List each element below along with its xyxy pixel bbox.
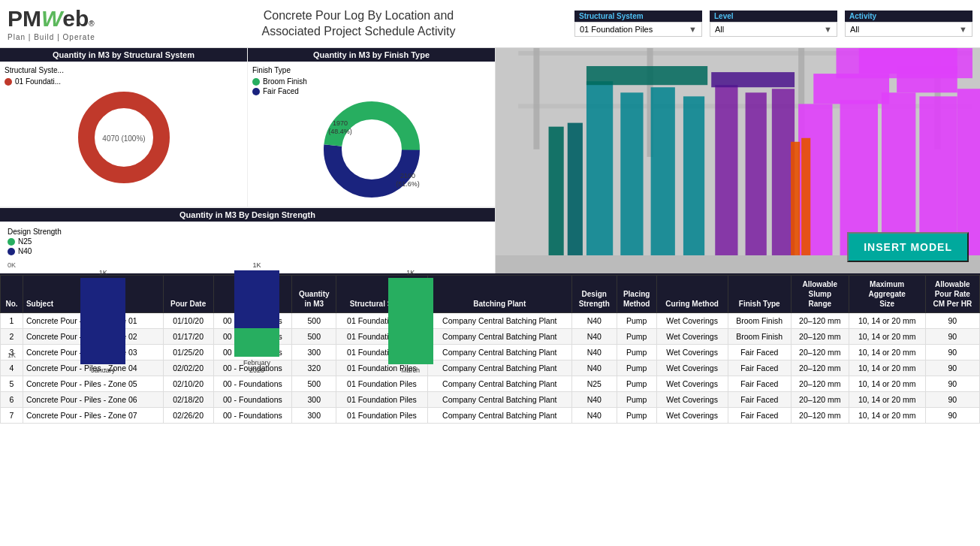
svg-rect-23 [651,87,675,255]
strength-legend-title: Design Strength [8,228,487,236]
cell-curing: Wet Coverings [656,408,728,424]
cell-structural: 01 Foundation Piles [336,376,427,392]
cell-finish: Fair Faced [728,345,791,360]
bar-chart-wrapper: Design Strength N25 N40 1K [0,222,495,347]
cell-no: 7 [1,408,23,424]
cell-design: N40 [571,345,617,360]
bars-group: 1K January 1K [26,261,487,374]
svg-rect-21 [586,81,613,255]
n40-label: N40 [18,247,32,255]
cell-placing: Pump [617,392,656,408]
feb-n40-bar [234,270,279,328]
svg-rect-33 [586,66,707,85]
donut2-svg: 1970 (48.4%) 2100 (51.6%) [319,97,424,202]
bar-march: 1K March [388,261,433,374]
filters-area: Structural System 01 Foundation Piles ▼ … [574,11,972,37]
cell-design: N40 [571,313,617,329]
logo-web: eb [62,6,89,32]
cell-structural: 01 Foundation Piles [336,392,427,408]
filter-level-select[interactable]: All ▼ [710,22,837,37]
th-finish-type: Finish Type [728,276,791,313]
svg-text:(48.4%): (48.4%) [328,128,352,135]
cell-design: N40 [571,360,617,376]
cell-aggregate: 10, 14 or 20 mm [849,376,925,392]
chart-design-strength: Quantity in M3 By Design Strength Design… [0,207,495,350]
mar-stack [388,278,433,364]
cell-curing: Wet Coverings [656,392,728,408]
feb-n25-bar [234,328,279,357]
cell-batching: Company Central Batching Plant [427,408,571,424]
filter-level-label: Level [710,11,837,22]
cell-pour-rate: 90 [925,360,979,376]
svg-text:(51.6%): (51.6%) [396,180,420,188]
bar-january: 1K January [80,261,125,374]
cell-aggregate: 10, 14 or 20 mm [849,360,925,376]
cell-subject: Concrete Pour - Piles - Zone 05 [23,376,163,392]
filter-activity-select[interactable]: All ▼ [845,22,972,37]
cell-quantity: 500 [292,376,336,392]
broom-legend-dot [252,78,260,86]
charts-top-row: Quantity in M3 by Structural System Stru… [0,48,495,207]
filter-activity-label: Activity [845,11,972,22]
finish-legend-header: Finish Type [252,66,490,74]
cell-placing: Pump [617,376,656,392]
svg-rect-37 [837,48,972,78]
svg-text:2100: 2100 [400,172,415,179]
page-title: Concrete Pour Log By Location and Associ… [143,8,574,40]
svg-rect-24 [683,96,704,255]
n25-label: N25 [18,237,32,246]
svg-point-5 [349,127,394,172]
insert-model-button[interactable]: INSERT MODEL [847,232,969,262]
n25-legend: N25 [8,237,487,246]
cell-placing: Pump [617,313,656,329]
donut2-container: 1970 (48.4%) 2100 (51.6%) [252,97,490,202]
cell-no: 5 [1,376,23,392]
cell-slump: 20–120 mm [791,313,849,329]
th-curing-method: Curing Method [656,276,728,313]
structural-legend-header: Structural Syste... [5,66,243,74]
jan-n40-bar [80,278,125,364]
cell-aggregate: 10, 14 or 20 mm [849,345,925,360]
mar-n25-bar [388,278,433,364]
cell-level: 00 - Foundations [213,376,292,392]
svg-rect-36 [801,138,810,255]
cell-subject: Concrete Pour - Piles - Zone 06 [23,392,163,408]
th-placing-method: PlacingMethod [617,276,656,313]
filter-activity: Activity All ▼ [845,11,972,37]
charts-left: Quantity in M3 by Structural System Stru… [0,48,496,273]
th-slump-range: AllowableSlumpRange [791,276,849,313]
cell-finish: Fair Faced [728,408,791,424]
table-row: 6 Concrete Pour - Piles - Zone 06 02/18/… [1,392,980,408]
n25-dot [8,238,15,246]
bars-area: 1K 0K 1K January [8,261,487,374]
cell-quantity: 300 [292,408,336,424]
y-axis-labels: 1K 0K [8,261,26,374]
cell-level: 00 - Foundations [213,392,292,408]
feb-top-label: 1K [252,261,261,269]
svg-rect-35 [791,142,800,255]
cell-aggregate: 10, 14 or 20 mm [849,392,925,408]
cell-subject: Concrete Pour - Piles - Zone 07 [23,408,163,424]
svg-rect-11 [533,48,539,149]
cell-curing: Wet Coverings [656,345,728,360]
jan-label: January [91,367,115,374]
cell-no: 6 [1,392,23,408]
cell-placing: Pump [617,408,656,424]
cell-aggregate: 10, 14 or 20 mm [849,329,925,345]
svg-rect-25 [715,85,737,255]
logo-tagline: Plan | Build | Operate [8,33,143,41]
cell-curing: Wet Coverings [656,329,728,345]
chart-structural-title: Quantity in M3 by Structural System [0,48,247,62]
cell-aggregate: 10, 14 or 20 mm [849,313,925,329]
filter-structural-select[interactable]: 01 Foundation Piles ▼ [574,22,702,37]
cell-design: N40 [571,329,617,345]
cell-slump: 20–120 mm [791,376,849,392]
cell-slump: 20–120 mm [791,329,849,345]
cell-curing: Wet Coverings [656,360,728,376]
cell-pour-date: 02/18/20 [163,392,213,408]
header: PM W eb ® Plan | Build | Operate Concret… [0,0,980,48]
svg-text:1970: 1970 [332,119,347,127]
jan-top-label: 1K [99,269,107,276]
filter-structural-system: Structural System 01 Foundation Piles ▼ [574,11,702,37]
cell-pour-rate: 90 [925,345,979,360]
